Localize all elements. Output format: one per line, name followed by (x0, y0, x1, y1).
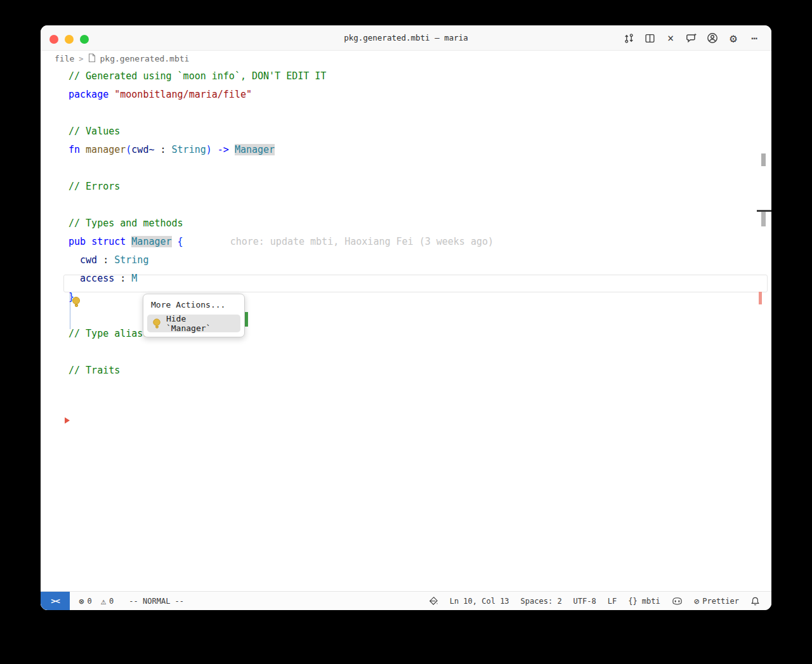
code-line[interactable]: // Types and methods (69, 214, 494, 233)
eol-sequence[interactable]: LF (608, 597, 617, 606)
remote-indicator-button[interactable]: >< (41, 592, 70, 610)
hide-manager-menu-item[interactable]: Hide `Manager` (147, 315, 240, 332)
title-bar: pkg.generated.mbti — maria × (41, 25, 771, 51)
prettier-disabled-icon: ⊘ (694, 596, 699, 606)
warning-icon: ⚠ (101, 596, 106, 606)
code-line[interactable]: fn manager(cwd~ : String) -> Manager (69, 141, 494, 159)
overview-ruler-mark (761, 212, 766, 226)
code-line[interactable]: // Values (69, 122, 494, 141)
language-mode[interactable]: {} mbti (628, 597, 660, 606)
breadcrumb: file > pkg.generated.mbti (41, 51, 771, 67)
file-icon (88, 53, 96, 65)
close-icon[interactable]: × (665, 32, 676, 44)
notifications-bell-icon[interactable] (750, 596, 760, 606)
overview-ruler-mark (761, 153, 766, 166)
code-line[interactable]: // Type aliases (69, 325, 494, 343)
git-blame-annotation: chore: update mbti, Haoxiang Fei (3 week… (230, 236, 494, 247)
vim-mode-indicator[interactable]: -- NORMAL -- (129, 597, 184, 606)
editor[interactable]: // Generated using `moon info`, DON'T ED… (41, 67, 771, 591)
gutter-marker-arrow-icon (65, 417, 70, 424)
split-editor-icon[interactable] (644, 32, 655, 44)
code-line[interactable] (69, 159, 494, 178)
lightbulb-icon[interactable] (72, 297, 81, 310)
code-lines: // Generated using `moon info`, DON'T ED… (69, 67, 494, 380)
problems-errors[interactable]: ⊗ 0 (79, 596, 92, 606)
code-line[interactable]: cwd : String (69, 251, 494, 270)
chevron-right-icon: > (79, 55, 83, 63)
paint-bucket-icon[interactable] (429, 596, 438, 606)
code-line[interactable]: } (69, 288, 494, 306)
code-line[interactable] (69, 306, 494, 325)
formatter-status[interactable]: ⊘ Prettier (694, 596, 739, 606)
code-line[interactable]: // Errors (69, 178, 494, 196)
breadcrumb-folder[interactable]: file (55, 54, 74, 63)
breadcrumb-file[interactable]: pkg.generated.mbti (100, 54, 190, 63)
problems-warnings[interactable]: ⚠ 0 (101, 596, 114, 606)
code-line[interactable]: // Traits (69, 361, 494, 380)
settings-gear-icon[interactable]: ⚙ (728, 32, 739, 44)
code-line[interactable]: access : M (69, 270, 494, 288)
code-line[interactable]: package "moonbitlang/maria/file" (69, 86, 494, 104)
indentation[interactable]: Spaces: 2 (521, 597, 562, 606)
more-actions-icon[interactable]: ⋯ (749, 32, 760, 44)
copilot-icon[interactable] (672, 596, 683, 606)
code-line[interactable] (69, 196, 494, 214)
overview-ruler-error-mark (759, 292, 762, 304)
lightbulb-icon (152, 318, 160, 329)
status-bar: >< ⊗ 0 ⚠ 0 -- NORMAL -- Ln 10, Col 13 Sp… (41, 591, 771, 610)
code-line[interactable]: pub struct Manager {chore: update mbti, … (69, 233, 494, 251)
encoding[interactable]: UTF-8 (573, 597, 596, 606)
vscode-window: pkg.generated.mbti — maria × (41, 25, 771, 610)
account-icon[interactable] (707, 32, 718, 44)
menu-item-label: Hide `Manager` (166, 314, 235, 333)
cursor-position[interactable]: Ln 10, Col 13 (450, 597, 509, 606)
error-icon: ⊗ (79, 596, 84, 606)
chat-sparkle-icon[interactable] (686, 32, 697, 44)
git-compare-icon[interactable] (623, 32, 634, 44)
code-line[interactable] (69, 343, 494, 361)
more-actions-menu-item[interactable]: More Actions... (147, 300, 240, 315)
code-line[interactable] (69, 104, 494, 122)
quick-actions-menu: More Actions... Hide `Manager` (143, 294, 245, 337)
code-line[interactable]: // Generated using `moon info`, DON'T ED… (69, 67, 494, 86)
